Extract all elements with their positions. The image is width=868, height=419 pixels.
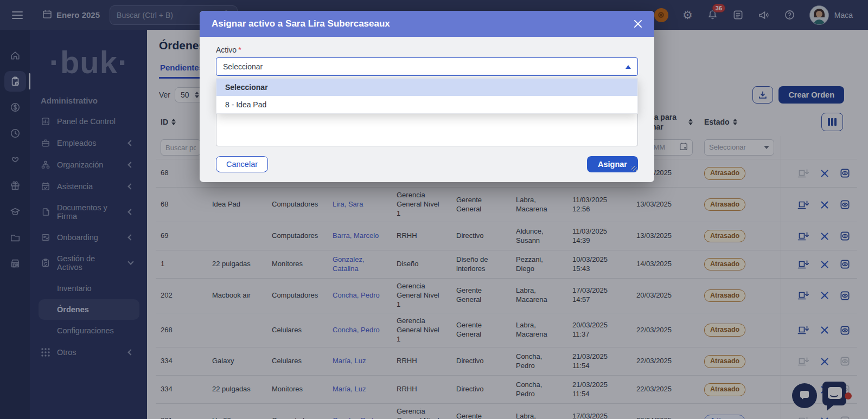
asset-field-label: Activo* [216, 46, 638, 54]
asset-select[interactable]: Seleccionar [216, 57, 638, 76]
asset-select-value: Seleccionar [223, 62, 263, 71]
modal-body: Activo* Seleccionar Seleccionar8 - Idea … [200, 37, 654, 182]
assign-button[interactable]: Asignar [587, 156, 638, 172]
dropdown-option[interactable]: Seleccionar [216, 79, 637, 96]
chevron-up-icon [626, 65, 631, 69]
modal-footer: Cancelar Asignar [216, 156, 638, 172]
assign-asset-modal: Asignar activo a Sara Lira Subercaseaux … [200, 11, 654, 182]
required-asterisk: * [238, 46, 241, 54]
cancel-button[interactable]: Cancelar [216, 156, 268, 172]
app-root: Enero 2025 ⚙ 36 [0, 0, 868, 419]
close-icon[interactable] [634, 20, 642, 28]
modal-header: Asignar activo a Sara Lira Subercaseaux [200, 11, 654, 37]
dropdown-option[interactable]: 8 - Idea Pad [216, 96, 637, 113]
modal-title: Asignar activo a Sara Lira Subercaseaux [212, 18, 390, 29]
asset-select-dropdown: Seleccionar8 - Idea Pad [216, 78, 638, 114]
